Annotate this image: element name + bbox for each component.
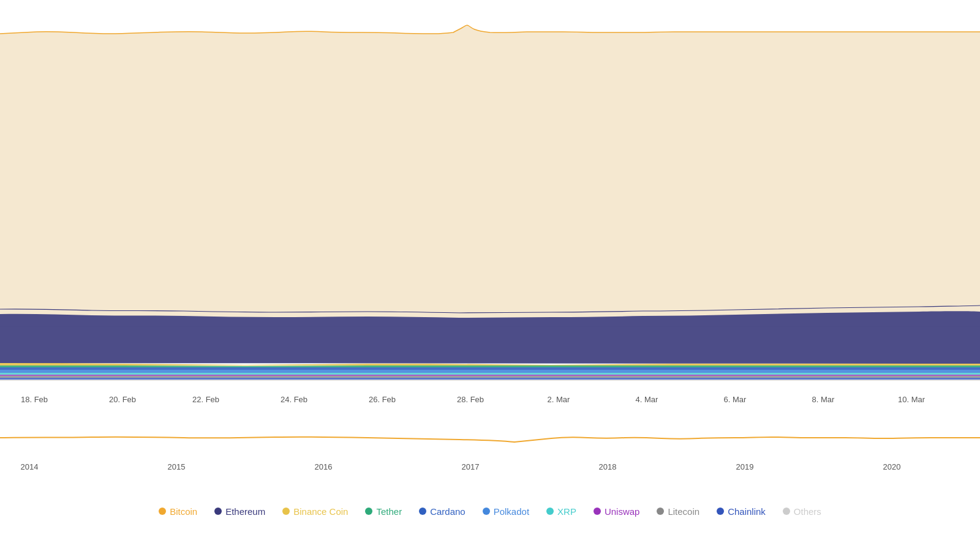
x-axis-main: // Will be rendered by JS below 18. Feb2… <box>0 392 980 413</box>
legend-label-text: Polkadot <box>494 506 529 517</box>
legend-item[interactable]: XRP <box>546 506 576 517</box>
mini-x-label: 2017 <box>462 462 480 471</box>
chart-container: // Will be rendered by JS below 18. Feb2… <box>0 0 980 551</box>
legend: BitcoinEthereumBinance CoinTetherCardano… <box>0 496 980 527</box>
mini-x-label: 2020 <box>883 462 901 471</box>
legend-label-text: Cardano <box>430 506 466 517</box>
legend-item[interactable]: Cardano <box>419 506 466 517</box>
main-x-label: 28. Feb <box>457 395 484 404</box>
mini-x-label: 2018 <box>599 462 617 471</box>
main-x-label: 18. Feb <box>21 395 48 404</box>
mini-x-axis: 2014201520162017201820192020 <box>0 459 980 474</box>
mini-x-label: 2019 <box>736 462 754 471</box>
legend-color-dot <box>483 508 490 515</box>
main-x-label: 22. Feb <box>192 395 219 404</box>
main-x-label: 6. Mar <box>724 395 747 404</box>
legend-item[interactable]: Polkadot <box>483 506 529 517</box>
legend-item[interactable]: Litecoin <box>657 506 699 517</box>
legend-label-text: Binance Coin <box>293 506 348 517</box>
main-x-label: 24. Feb <box>281 395 307 404</box>
legend-label-text: Uniswap <box>605 506 640 517</box>
legend-color-dot <box>159 508 166 515</box>
legend-label-text: Bitcoin <box>170 506 197 517</box>
legend-label-text: XRP <box>557 506 576 517</box>
legend-label-text: Ethereum <box>225 506 265 517</box>
legend-color-dot <box>657 508 664 515</box>
legend-label-text: Litecoin <box>668 506 699 517</box>
legend-item[interactable]: Uniswap <box>594 506 640 517</box>
legend-item[interactable]: Bitcoin <box>159 506 197 517</box>
mini-x-label: 2014 <box>21 462 39 471</box>
legend-label-text: Tether <box>376 506 402 517</box>
legend-color-dot <box>214 508 222 515</box>
main-x-label: 4. Mar <box>636 395 658 404</box>
main-x-label: 26. Feb <box>369 395 396 404</box>
main-x-label: 20. Feb <box>109 395 136 404</box>
legend-label-text: Others <box>794 506 821 517</box>
legend-item[interactable]: Chainlink <box>717 506 766 517</box>
legend-color-dot <box>783 508 790 515</box>
legend-label-text: Chainlink <box>728 506 766 517</box>
legend-color-dot <box>419 508 426 515</box>
main-chart <box>0 0 980 392</box>
main-x-label: 8. Mar <box>812 395 835 404</box>
legend-item[interactable]: Others <box>783 506 821 517</box>
legend-color-dot <box>594 508 601 515</box>
main-x-label: 10. Mar <box>898 395 925 404</box>
legend-color-dot <box>717 508 724 515</box>
mini-x-label: 2015 <box>168 462 186 471</box>
mini-x-label: 2016 <box>315 462 333 471</box>
legend-color-dot <box>365 508 372 515</box>
main-x-label: 2. Mar <box>548 395 570 404</box>
mini-chart <box>0 416 980 459</box>
legend-color-dot <box>282 508 290 515</box>
legend-item[interactable]: Binance Coin <box>282 506 348 517</box>
legend-color-dot <box>546 508 554 515</box>
legend-item[interactable]: Ethereum <box>214 506 265 517</box>
legend-item[interactable]: Tether <box>365 506 402 517</box>
